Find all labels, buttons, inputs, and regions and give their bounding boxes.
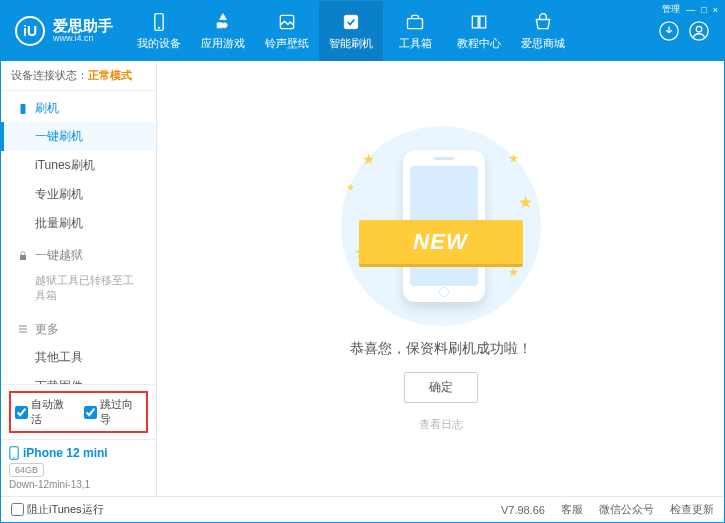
settings-button[interactable]: 管理	[662, 3, 680, 16]
section-more[interactable]: 更多	[1, 312, 156, 343]
app-window: 管理 — □ × iU 爱思助手 www.i4.cn 我的设备 应用游戏 铃声壁…	[0, 0, 725, 523]
footer: 阻止iTunes运行 V7.98.66 客服 微信公众号 检查更新	[1, 496, 724, 522]
close-button[interactable]: ×	[713, 5, 718, 15]
nav-label: 智能刷机	[329, 36, 373, 51]
main-panel: NEW 恭喜您，保资料刷机成功啦！ 确定 查看日志	[157, 61, 724, 496]
toolbox-icon	[405, 12, 425, 32]
status-label: 设备连接状态：	[11, 69, 88, 81]
device-icon	[149, 12, 169, 32]
device-block[interactable]: iPhone 12 mini 64GB Down-12mini-13,1	[1, 439, 156, 496]
sidebar-item-pro[interactable]: 专业刷机	[1, 180, 156, 209]
device-small-icon	[9, 446, 19, 460]
wallpaper-icon	[277, 12, 297, 32]
svg-rect-2	[280, 15, 293, 28]
logo-icon: iU	[15, 16, 45, 46]
device-name-text: iPhone 12 mini	[23, 446, 108, 460]
footer-link-wechat[interactable]: 微信公众号	[599, 502, 654, 517]
nav-store[interactable]: 爱思商城	[511, 1, 575, 61]
download-icon[interactable]	[658, 20, 680, 42]
header: iU 爱思助手 www.i4.cn 我的设备 应用游戏 铃声壁纸 智能刷机	[1, 1, 724, 61]
confirm-button[interactable]: 确定	[404, 372, 478, 403]
nav-label: 教程中心	[457, 36, 501, 51]
view-log-link[interactable]: 查看日志	[419, 417, 463, 432]
checkbox-block-itunes[interactable]: 阻止iTunes运行	[11, 502, 104, 517]
nav-label: 应用游戏	[201, 36, 245, 51]
checkbox-label: 阻止iTunes运行	[27, 502, 104, 517]
success-illustration: NEW	[341, 126, 541, 326]
menu-icon	[17, 323, 29, 335]
user-icon[interactable]	[688, 20, 710, 42]
book-icon	[469, 12, 489, 32]
sidebar-item-one-key[interactable]: 一键刷机	[1, 122, 156, 151]
section-label: 一键越狱	[35, 247, 83, 264]
nav-tutorials[interactable]: 教程中心	[447, 1, 511, 61]
success-message: 恭喜您，保资料刷机成功啦！	[350, 340, 532, 358]
svg-rect-9	[20, 255, 26, 260]
nav: 我的设备 应用游戏 铃声壁纸 智能刷机 工具箱 教程中心	[127, 1, 658, 61]
svg-rect-8	[21, 104, 26, 114]
minimize-button[interactable]: —	[686, 5, 695, 15]
svg-rect-3	[344, 15, 357, 28]
checkbox-auto-activate[interactable]: 自动激活	[15, 397, 74, 427]
maximize-button[interactable]: □	[701, 5, 706, 15]
device-code: Down-12mini-13,1	[9, 479, 148, 490]
sidebar-item-itunes[interactable]: iTunes刷机	[1, 151, 156, 180]
jailbreak-note: 越狱工具已转移至工具箱	[35, 273, 144, 304]
nav-label: 爱思商城	[521, 36, 565, 51]
checkbox-input[interactable]	[84, 406, 97, 419]
new-banner: NEW	[359, 220, 523, 264]
nav-label: 工具箱	[399, 36, 432, 51]
svg-point-6	[690, 22, 708, 40]
svg-rect-4	[408, 18, 423, 28]
nav-my-device[interactable]: 我的设备	[127, 1, 191, 61]
nav-label: 铃声壁纸	[265, 36, 309, 51]
window-controls: 管理 — □ ×	[662, 3, 718, 16]
svg-point-1	[158, 27, 160, 29]
footer-link-service[interactable]: 客服	[561, 502, 583, 517]
nav-apps-games[interactable]: 应用游戏	[191, 1, 255, 61]
footer-link-update[interactable]: 检查更新	[670, 502, 714, 517]
logo: iU 爱思助手 www.i4.cn	[1, 1, 127, 61]
nav-smart-flash[interactable]: 智能刷机	[319, 1, 383, 61]
storage-badge: 64GB	[9, 463, 44, 477]
checkbox-input[interactable]	[15, 406, 28, 419]
status-value: 正常模式	[88, 69, 132, 81]
sidebar-item-download-fw[interactable]: 下载固件	[1, 372, 156, 384]
phone-icon	[17, 103, 29, 115]
device-status: 设备连接状态：正常模式	[1, 61, 156, 91]
app-url: www.i4.cn	[53, 33, 113, 44]
nav-label: 我的设备	[137, 36, 181, 51]
apps-icon	[213, 12, 233, 32]
checkbox-label: 自动激活	[31, 397, 74, 427]
store-icon	[533, 12, 553, 32]
version-text: V7.98.66	[501, 504, 545, 516]
svg-point-11	[13, 457, 14, 458]
highlight-box: 自动激活 跳过向导	[9, 391, 148, 433]
checkbox-label: 跳过向导	[100, 397, 143, 427]
nav-ringtones[interactable]: 铃声壁纸	[255, 1, 319, 61]
svg-point-7	[696, 26, 702, 32]
sidebar: 设备连接状态：正常模式 刷机 一键刷机 iTunes刷机 专业刷机 批量刷机 一…	[1, 61, 157, 496]
app-name: 爱思助手	[53, 18, 113, 33]
sidebar-list: 刷机 一键刷机 iTunes刷机 专业刷机 批量刷机 一键越狱 越狱工具已转移至…	[1, 91, 156, 384]
nav-toolbox[interactable]: 工具箱	[383, 1, 447, 61]
checkbox-skip-guide[interactable]: 跳过向导	[84, 397, 143, 427]
checkbox-input[interactable]	[11, 503, 24, 516]
section-flash[interactable]: 刷机	[1, 91, 156, 122]
sidebar-item-other-tools[interactable]: 其他工具	[1, 343, 156, 372]
section-jailbreak[interactable]: 一键越狱	[1, 238, 156, 269]
sidebar-item-batch[interactable]: 批量刷机	[1, 209, 156, 238]
section-label: 更多	[35, 321, 59, 338]
lock-icon	[17, 250, 29, 262]
flash-icon	[341, 12, 361, 32]
section-label: 刷机	[35, 100, 59, 117]
